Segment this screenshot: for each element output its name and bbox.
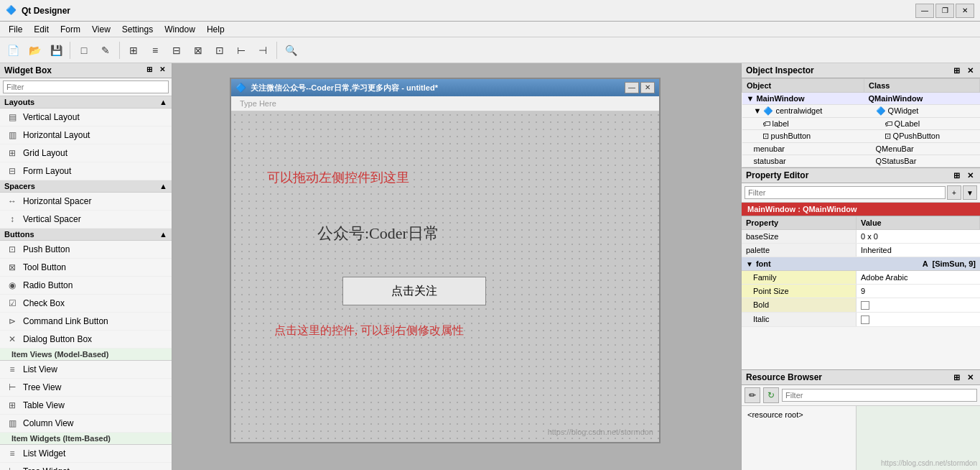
widget-item-push-button[interactable]: ⊡ Push Button bbox=[0, 241, 172, 259]
prop-value-basesize[interactable]: 0 x 0 bbox=[857, 230, 980, 243]
widget-item-list-view[interactable]: ≡ List View bbox=[0, 361, 172, 379]
designer-minimize-btn[interactable]: — bbox=[625, 82, 639, 93]
prop-value-pointsize[interactable]: 9 bbox=[857, 285, 980, 298]
toolbar-edit[interactable]: ✎ bbox=[95, 40, 116, 60]
toolbar-layout-grid[interactable]: ⊟ bbox=[167, 40, 187, 60]
toolbar-save[interactable]: 💾 bbox=[46, 40, 66, 60]
object-inspector-float-btn[interactable]: ⊞ bbox=[951, 66, 962, 75]
resource-browser-close-btn[interactable]: ✕ bbox=[965, 373, 976, 382]
resource-browser-header: Resource Browser ⊞ ✕ bbox=[742, 370, 980, 385]
widget-item-dialog-button-box[interactable]: ✕ Dialog Button Box bbox=[0, 331, 172, 349]
maximize-button[interactable]: ❐ bbox=[935, 4, 954, 18]
toolbar-layout-v[interactable]: ≡ bbox=[145, 40, 165, 60]
widget-category-layouts[interactable]: Layouts ▲ bbox=[0, 96, 172, 109]
designer-canvas[interactable]: 可以拖动左侧控件到这里 公众号:Coder日常 点击关注 点击这里的控件, 可以… bbox=[231, 111, 659, 442]
widget-filter-input[interactable] bbox=[3, 80, 169, 93]
widget-box-float-btn[interactable]: ⊞ bbox=[144, 65, 154, 75]
inspector-col-class: Class bbox=[864, 79, 980, 93]
resource-browser-controls: ⊞ ✕ bbox=[951, 373, 976, 382]
inspector-row-statusbar[interactable]: statusbar QStatusBar bbox=[742, 155, 980, 167]
widget-category-spacers[interactable]: Spacers ▲ bbox=[0, 180, 172, 193]
property-editor-float-btn[interactable]: ⊞ bbox=[951, 171, 962, 180]
menu-file[interactable]: File bbox=[3, 23, 28, 36]
grid-layout-icon: ⊞ bbox=[6, 147, 19, 160]
widget-item-table-view[interactable]: ⊞ Table View bbox=[0, 397, 172, 415]
widget-item-list-widget[interactable]: ≡ List Widget bbox=[0, 445, 172, 463]
widget-item-vertical-layout[interactable]: ▤ Vertical Layout bbox=[0, 109, 172, 126]
widget-box-close-btn[interactable]: ✕ bbox=[157, 65, 167, 75]
widget-item-tool-button[interactable]: ⊠ Tool Button bbox=[0, 259, 172, 277]
designer-close-btn[interactable]: ✕ bbox=[640, 82, 655, 93]
prop-section-font[interactable]: ▼ font A [SimSun, 9] bbox=[742, 257, 980, 271]
designer-titlebar-controls: — ✕ bbox=[625, 82, 655, 93]
menu-help[interactable]: Help bbox=[201, 23, 230, 36]
prop-row-family[interactable]: Family Adobe Arabic bbox=[742, 271, 980, 285]
inspector-row-mainwindow[interactable]: ▼ MainWindow QMainWindow bbox=[742, 93, 980, 105]
designer-titlebar: 🔷 关注微信公众号--Coder日常,学习更多内容 - untitled* — … bbox=[231, 79, 659, 96]
inspector-row-centralwidget[interactable]: ▼ 🔷 centralwidget 🔷 QWidget bbox=[742, 105, 980, 118]
menu-edit[interactable]: Edit bbox=[28, 23, 55, 36]
menu-form[interactable]: Form bbox=[55, 23, 86, 36]
designer-text-drag: 可以拖动左侧控件到这里 bbox=[267, 169, 409, 186]
prop-row-basesize[interactable]: baseSize 0 x 0 bbox=[742, 230, 980, 244]
widget-item-command-link-button[interactable]: ⊳ Command Link Button bbox=[0, 313, 172, 331]
close-button[interactable]: ✕ bbox=[956, 4, 974, 18]
prop-row-italic[interactable]: Italic bbox=[742, 313, 980, 327]
widget-item-tree-widget[interactable]: ⊢ Tree Widget bbox=[0, 463, 172, 470]
prop-filter-input[interactable] bbox=[745, 186, 946, 199]
object-inspector-close-btn[interactable]: ✕ bbox=[965, 66, 976, 75]
property-editor-controls: ⊞ ✕ bbox=[951, 171, 976, 180]
prop-row-palette[interactable]: palette Inherited bbox=[742, 244, 980, 257]
menu-view[interactable]: View bbox=[86, 23, 116, 36]
prop-filter-add-btn[interactable]: + bbox=[947, 185, 961, 200]
prop-value-family[interactable]: Adobe Arabic bbox=[857, 271, 980, 284]
widget-item-radio-button[interactable]: ◉ Radio Button bbox=[0, 277, 172, 295]
toolbar-open[interactable]: 📂 bbox=[24, 40, 45, 60]
resource-browser: Resource Browser ⊞ ✕ ✏ ↻ <resource root>… bbox=[742, 369, 980, 470]
inspector-row-pushbutton[interactable]: ⊡ pushButton ⊡ QPushButton bbox=[742, 130, 980, 143]
italic-checkbox[interactable] bbox=[861, 315, 869, 324]
toolbar-new[interactable]: 📄 bbox=[3, 40, 23, 60]
widget-item-form-layout[interactable]: ⊟ Form Layout bbox=[0, 162, 172, 180]
widget-item-grid-layout[interactable]: ⊞ Grid Layout bbox=[0, 144, 172, 162]
designer-follow-button[interactable]: 点击关注 bbox=[342, 277, 486, 305]
widget-item-check-box[interactable]: ☑ Check Box bbox=[0, 295, 172, 313]
inspector-row-label[interactable]: 🏷 label 🏷 QLabel bbox=[742, 118, 980, 130]
resource-browser-float-btn[interactable]: ⊞ bbox=[951, 373, 962, 382]
right-panels: Object Inspector ⊞ ✕ Object Class ▼ Main… bbox=[741, 63, 980, 470]
inspector-row-menubar[interactable]: menubar QMenuBar bbox=[742, 143, 980, 155]
resource-filter-input[interactable] bbox=[782, 389, 977, 402]
prop-row-bold[interactable]: Bold bbox=[742, 298, 980, 313]
toolbar-layout-h[interactable]: ⊞ bbox=[123, 40, 144, 60]
widget-item-horizontal-spacer[interactable]: ↔ Horizontal Spacer bbox=[0, 193, 172, 211]
widget-category-buttons[interactable]: Buttons ▲ bbox=[0, 229, 172, 241]
menu-window[interactable]: Window bbox=[159, 23, 201, 36]
menu-settings[interactable]: Settings bbox=[116, 23, 159, 36]
designer-menubar-placeholder[interactable]: Type Here bbox=[234, 98, 282, 109]
toolbar-adjust-size[interactable]: ⊢ bbox=[231, 40, 251, 60]
resource-refresh-btn[interactable]: ↻ bbox=[763, 387, 779, 403]
property-editor-close-btn[interactable]: ✕ bbox=[965, 171, 976, 180]
toolbar-layout-form[interactable]: ⊠ bbox=[188, 40, 208, 60]
prop-col-value: Value bbox=[857, 216, 980, 229]
designer-text-brand: 公众号:Coder日常 bbox=[317, 223, 439, 244]
prop-row-pointsize[interactable]: Point Size 9 bbox=[742, 285, 980, 298]
bold-checkbox[interactable] bbox=[861, 301, 869, 310]
prop-filter-options-btn[interactable]: ▼ bbox=[963, 185, 977, 200]
toolbar-layout-break[interactable]: ⊡ bbox=[210, 40, 230, 60]
prop-value-palette[interactable]: Inherited bbox=[857, 244, 980, 257]
prop-value-italic[interactable] bbox=[857, 313, 980, 326]
inspector-class-mainwindow: QMainWindow bbox=[864, 93, 980, 105]
toolbar-new-form[interactable]: □ bbox=[74, 40, 94, 60]
minimize-button[interactable]: — bbox=[915, 4, 934, 18]
toolbar-preview[interactable]: 🔍 bbox=[281, 40, 301, 60]
widget-item-tree-view[interactable]: ⊢ Tree View bbox=[0, 379, 172, 397]
canvas-area[interactable]: 🔷 关注微信公众号--Coder日常,学习更多内容 - untitled* — … bbox=[172, 63, 741, 470]
prop-value-bold[interactable] bbox=[857, 298, 980, 312]
toolbar-tab-order[interactable]: ⊣ bbox=[253, 40, 273, 60]
widget-item-vertical-spacer[interactable]: ↕ Vertical Spacer bbox=[0, 211, 172, 229]
widget-item-horizontal-layout[interactable]: ▥ Horizontal Layout bbox=[0, 126, 172, 144]
resource-pencil-btn[interactable]: ✏ bbox=[745, 387, 760, 403]
resource-root-item[interactable]: <resource root> bbox=[745, 409, 853, 420]
widget-item-column-view[interactable]: ▥ Column View bbox=[0, 415, 172, 433]
